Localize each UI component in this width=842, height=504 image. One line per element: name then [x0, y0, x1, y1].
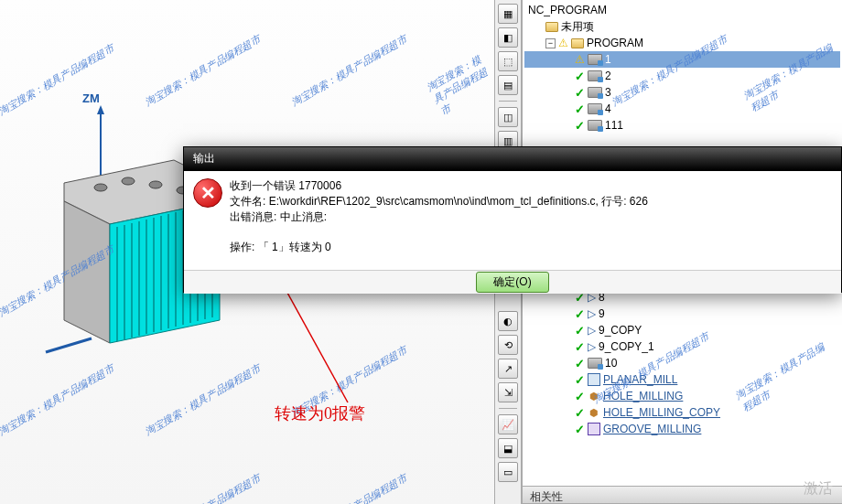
watermark: 淘宝搜索：模具产品编程超市 [424, 51, 500, 119]
check-icon: ✓ [575, 324, 585, 338]
dialog-title[interactable]: 输出 [184, 147, 841, 171]
watermark: 淘宝搜索：模具产品编程超市 [289, 471, 409, 504]
folder-icon [571, 38, 584, 48]
ok-button[interactable]: 确定(O) [476, 272, 548, 293]
tree-item-111[interactable]: ✓111 [524, 117, 840, 134]
tree-root[interactable]: NC_PROGRAM [524, 2, 840, 18]
tool-btn-2[interactable]: ◧ [498, 27, 518, 48]
groove-icon [588, 423, 600, 435]
tool-btn-13[interactable]: ▭ [498, 462, 518, 482]
hole-icon: ⬢ [588, 406, 600, 419]
tree-groove-milling[interactable]: ✓GROOVE_MILLING [524, 421, 840, 437]
folder-icon [545, 22, 558, 32]
tool-btn-9[interactable]: ↗ [498, 359, 518, 379]
check-icon: ✓ [575, 390, 585, 403]
svg-point-9 [149, 181, 162, 188]
hole-icon: ⬢ [588, 390, 600, 402]
svg-line-27 [46, 338, 92, 352]
check-icon: ✓ [575, 119, 585, 133]
op-icon [588, 70, 602, 81]
tree-item-3[interactable]: ✓3 [524, 84, 840, 101]
svg-point-7 [94, 184, 107, 191]
tree-planar-mill[interactable]: ✓PLANAR_MILL [524, 371, 840, 388]
tree-hole-milling[interactable]: ✓⬢HOLE_MILLING [524, 388, 840, 404]
error-dialog: 输出 ✕ 收到一个错误 1770006 文件名: E:\workdir\REF\… [183, 146, 842, 293]
tree-op-9[interactable]: ✓▷9 [524, 306, 840, 322]
warning-annotation: 转速为0报警 [275, 402, 365, 424]
check-icon: ✓ [575, 102, 585, 116]
tool-btn-10[interactable]: ⇲ [498, 382, 518, 402]
tree-item-4[interactable]: ✓4 [524, 101, 840, 117]
tool-btn-8[interactable]: ⟲ [498, 335, 518, 355]
op-icon [588, 54, 602, 65]
watermark: 淘宝搜索：模具产品编程超市 [0, 361, 116, 438]
check-icon: ✓ [575, 357, 585, 370]
tool-btn-4[interactable]: ▤ [498, 75, 518, 95]
op-icon [588, 103, 602, 114]
svg-marker-11 [64, 201, 110, 343]
tree-program[interactable]: −⚠PROGRAM [524, 35, 840, 51]
error-icon: ✕ [193, 178, 230, 263]
check-icon: ✓ [575, 373, 585, 387]
warn-icon: ⚠ [575, 53, 585, 66]
activate-windows: 激活 [804, 479, 833, 499]
svg-point-8 [122, 177, 135, 185]
op-icon [588, 120, 602, 131]
dialog-message: 收到一个错误 1770006 文件名: E:\workdir\REF\1202_… [230, 178, 832, 263]
tool-btn-5[interactable]: ◫ [498, 107, 518, 127]
axis-z-label: ZM [82, 91, 100, 105]
tree-item-2[interactable]: ✓2 [524, 68, 840, 84]
watermark: 淘宝搜索：模具产品编程超市 [143, 361, 263, 438]
op-icon [588, 358, 602, 369]
check-icon: ✓ [575, 340, 585, 354]
mill-icon [588, 373, 600, 386]
tool-btn-7[interactable]: ◐ [498, 311, 518, 331]
check-icon: ✓ [575, 423, 585, 436]
tool-btn-11[interactable]: 📈 [498, 414, 518, 434]
tree-item-1[interactable]: ⚠1 [524, 51, 840, 68]
tree-op-9copy[interactable]: ✓▷9_COPY [524, 322, 840, 338]
svg-marker-1 [97, 105, 104, 114]
check-icon: ✓ [575, 307, 585, 321]
check-icon: ✓ [575, 70, 585, 83]
tool-btn-12[interactable]: ⬓ [498, 438, 518, 458]
expander-icon[interactable]: − [545, 38, 556, 48]
tool-btn-1[interactable]: ▦ [498, 4, 518, 24]
relativity-header[interactable]: 相关性 [523, 486, 842, 504]
watermark: 淘宝搜索：模具产品编程超市 [143, 471, 263, 504]
warn-icon: ⚠ [558, 37, 568, 49]
tool-btn-3[interactable]: ⬚ [498, 51, 518, 71]
tree-hole-milling-copy[interactable]: ✓⬢HOLE_MILLING_COPY [524, 404, 840, 421]
watermark: 淘宝搜索：模具产品编程超市 [143, 32, 263, 109]
tree-op-10[interactable]: ✓10 [524, 355, 840, 371]
tree-op-9copy1[interactable]: ✓▷9_COPY_1 [524, 338, 840, 355]
watermark: 淘宝搜索：模具产品编程超市 [289, 32, 409, 109]
check-icon: ✓ [575, 86, 585, 100]
check-icon: ✓ [575, 406, 585, 420]
tree-unused[interactable]: 未用项 [524, 18, 840, 35]
op-icon [588, 87, 602, 98]
